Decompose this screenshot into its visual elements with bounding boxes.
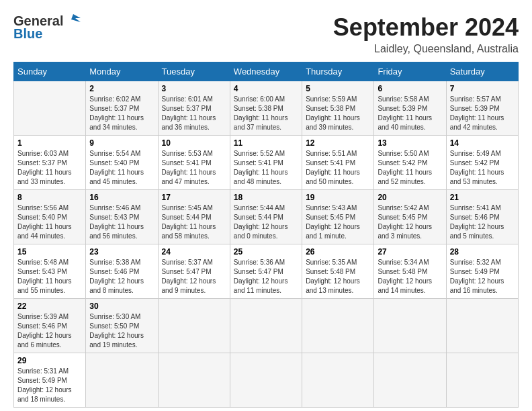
day-info: Sunrise: 5:41 AMSunset: 5:46 PMDaylight:… [450,203,515,241]
logo-bird-icon [66,13,81,28]
calendar-day-cell [86,353,158,408]
calendar-day-cell [230,299,302,353]
calendar-day-cell: 24Sunrise: 5:37 AMSunset: 5:47 PMDayligh… [158,244,230,299]
day-info: Sunrise: 5:57 AMSunset: 5:39 PMDaylight:… [450,95,515,132]
calendar-week-row: 2Sunrise: 6:02 AMSunset: 5:37 PMDaylight… [14,81,519,136]
day-info: Sunrise: 5:42 AMSunset: 5:45 PMDaylight:… [378,203,442,241]
day-info: Sunrise: 5:39 AMSunset: 5:46 PMDaylight:… [17,312,82,350]
day-number: 7 [450,84,515,93]
day-number: 2 [89,84,154,93]
day-info: Sunrise: 5:49 AMSunset: 5:42 PMDaylight:… [450,149,515,187]
logo: General Blue [13,13,81,42]
day-info: Sunrise: 5:56 AMSunset: 5:40 PMDaylight:… [17,203,82,241]
calendar-week-row: 29Sunrise: 5:31 AMSunset: 5:49 PMDayligh… [14,353,519,408]
day-info: Sunrise: 5:44 AMSunset: 5:44 PMDaylight:… [234,203,298,241]
calendar-day-cell: 5Sunrise: 5:59 AMSunset: 5:38 PMDaylight… [302,81,374,136]
day-number: 18 [234,193,298,202]
logo-blue-text: Blue [13,26,42,42]
day-number: 28 [450,247,515,257]
calendar-day-cell [302,353,374,408]
day-info: Sunrise: 5:51 AMSunset: 5:41 PMDaylight:… [306,149,370,187]
day-number: 20 [378,193,442,202]
day-number: 16 [89,193,154,202]
calendar-day-cell: 21Sunrise: 5:41 AMSunset: 5:46 PMDayligh… [446,190,518,244]
calendar-table: Sunday Monday Tuesday Wednesday Thursday… [13,62,519,408]
calendar-day-cell: 28Sunrise: 5:32 AMSunset: 5:49 PMDayligh… [446,244,518,299]
calendar-day-cell: 18Sunrise: 5:44 AMSunset: 5:44 PMDayligh… [230,190,302,244]
day-info: Sunrise: 5:34 AMSunset: 5:48 PMDaylight:… [378,258,442,295]
day-number: 17 [162,193,226,202]
day-number: 5 [306,84,370,93]
calendar-day-cell: 11Sunrise: 5:52 AMSunset: 5:41 PMDayligh… [230,136,302,190]
day-number: 30 [89,302,154,311]
calendar-day-cell: 10Sunrise: 5:53 AMSunset: 5:41 PMDayligh… [158,136,230,190]
calendar-day-cell [14,81,86,136]
page-header: General Blue September 2024 Laidley, Que… [13,13,519,55]
calendar-week-row: 8Sunrise: 5:56 AMSunset: 5:40 PMDaylight… [14,190,519,244]
day-info: Sunrise: 6:01 AMSunset: 5:37 PMDaylight:… [162,95,226,132]
col-saturday: Saturday [446,62,518,81]
day-info: Sunrise: 5:32 AMSunset: 5:49 PMDaylight:… [450,258,515,295]
day-info: Sunrise: 5:35 AMSunset: 5:48 PMDaylight:… [306,258,370,295]
calendar-day-cell: 26Sunrise: 5:35 AMSunset: 5:48 PMDayligh… [302,244,374,299]
calendar-day-cell: 9Sunrise: 5:54 AMSunset: 5:40 PMDaylight… [86,136,158,190]
calendar-day-cell: 14Sunrise: 5:49 AMSunset: 5:42 PMDayligh… [446,136,518,190]
day-info: Sunrise: 5:38 AMSunset: 5:46 PMDaylight:… [89,258,154,295]
day-info: Sunrise: 5:31 AMSunset: 5:49 PMDaylight:… [17,367,82,404]
day-info: Sunrise: 5:52 AMSunset: 5:41 PMDaylight:… [234,149,298,187]
calendar-day-cell [374,299,446,353]
col-wednesday: Wednesday [230,62,302,81]
day-info: Sunrise: 6:00 AMSunset: 5:38 PMDaylight:… [234,95,298,132]
day-number: 12 [306,138,370,148]
day-number: 3 [162,84,226,93]
day-number: 23 [89,247,154,257]
col-monday: Monday [86,62,158,81]
day-number: 9 [89,138,154,148]
day-info: Sunrise: 5:45 AMSunset: 5:44 PMDaylight:… [162,203,226,241]
calendar-day-cell: 29Sunrise: 5:31 AMSunset: 5:49 PMDayligh… [14,353,86,408]
calendar-day-cell: 17Sunrise: 5:45 AMSunset: 5:44 PMDayligh… [158,190,230,244]
col-tuesday: Tuesday [158,62,230,81]
calendar-day-cell: 7Sunrise: 5:57 AMSunset: 5:39 PMDaylight… [446,81,518,136]
calendar-day-cell: 27Sunrise: 5:34 AMSunset: 5:48 PMDayligh… [374,244,446,299]
day-number: 13 [378,138,442,148]
day-info: Sunrise: 5:48 AMSunset: 5:43 PMDaylight:… [17,258,82,295]
day-number: 26 [306,247,370,257]
day-number: 29 [17,356,82,365]
calendar-day-cell: 30Sunrise: 5:30 AMSunset: 5:50 PMDayligh… [86,299,158,353]
day-info: Sunrise: 5:53 AMSunset: 5:41 PMDaylight:… [162,149,226,187]
day-info: Sunrise: 5:58 AMSunset: 5:39 PMDaylight:… [378,95,442,132]
day-info: Sunrise: 5:30 AMSunset: 5:50 PMDaylight:… [89,312,154,350]
calendar-day-cell: 19Sunrise: 5:43 AMSunset: 5:45 PMDayligh… [302,190,374,244]
day-number: 14 [450,138,515,148]
day-number: 21 [450,193,515,202]
calendar-week-row: 22Sunrise: 5:39 AMSunset: 5:46 PMDayligh… [14,299,519,353]
calendar-day-cell: 2Sunrise: 6:02 AMSunset: 5:37 PMDaylight… [86,81,158,136]
day-number: 6 [378,84,442,93]
calendar-day-cell [230,353,302,408]
day-number: 11 [234,138,298,148]
calendar-header-row: Sunday Monday Tuesday Wednesday Thursday… [14,62,519,81]
day-info: Sunrise: 5:59 AMSunset: 5:38 PMDaylight:… [306,95,370,132]
calendar-day-cell [158,299,230,353]
day-number: 24 [162,247,226,257]
day-number: 8 [17,193,82,202]
day-number: 1 [17,138,82,148]
calendar-day-cell: 12Sunrise: 5:51 AMSunset: 5:41 PMDayligh… [302,136,374,190]
day-number: 19 [306,193,370,202]
calendar-day-cell [158,353,230,408]
day-info: Sunrise: 5:43 AMSunset: 5:45 PMDaylight:… [306,203,370,241]
day-number: 10 [162,138,226,148]
calendar-day-cell: 20Sunrise: 5:42 AMSunset: 5:45 PMDayligh… [374,190,446,244]
month-title: September 2024 [333,13,519,42]
calendar-day-cell [446,299,518,353]
day-number: 22 [17,302,82,311]
calendar-day-cell: 6Sunrise: 5:58 AMSunset: 5:39 PMDaylight… [374,81,446,136]
day-info: Sunrise: 6:02 AMSunset: 5:37 PMDaylight:… [89,95,154,132]
col-friday: Friday [374,62,446,81]
day-info: Sunrise: 5:46 AMSunset: 5:43 PMDaylight:… [89,203,154,241]
location-text: Laidley, Queensland, Australia [333,43,519,55]
calendar-day-cell: 1Sunrise: 6:03 AMSunset: 5:37 PMDaylight… [14,136,86,190]
calendar-day-cell: 13Sunrise: 5:50 AMSunset: 5:42 PMDayligh… [374,136,446,190]
svg-marker-0 [71,14,81,22]
